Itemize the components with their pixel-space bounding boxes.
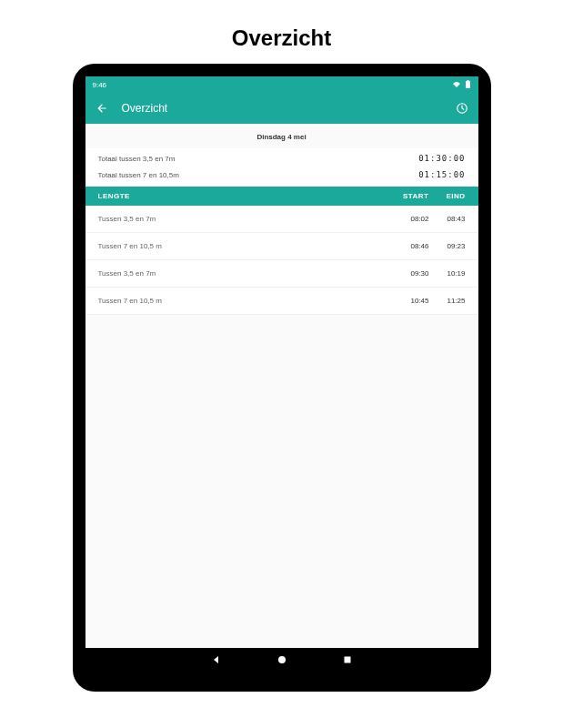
table-row[interactable]: Tussen 3,5 en 7m 08:02 08:43 xyxy=(85,206,478,233)
svg-rect-0 xyxy=(466,81,470,88)
total-value: 01:30:00 xyxy=(418,154,465,163)
column-start: START xyxy=(393,192,429,200)
cell-start: 08:02 xyxy=(393,215,429,223)
table-row[interactable]: Tussen 7 en 10,5 m 10:45 11:25 xyxy=(85,288,478,315)
status-time: 9:46 xyxy=(93,81,107,89)
table-header: LENGTE START EIND xyxy=(85,187,478,206)
svg-rect-1 xyxy=(467,80,468,82)
cell-eind: 08:43 xyxy=(429,215,466,223)
cell-start: 08:46 xyxy=(393,242,429,250)
cell-lengte: Tussen 3,5 en 7m xyxy=(98,269,393,278)
wifi-icon xyxy=(452,81,461,88)
total-value: 01:15:00 xyxy=(418,170,465,179)
nav-recent-button[interactable] xyxy=(342,654,353,665)
nav-home-button[interactable] xyxy=(276,654,287,665)
total-row: Totaal tussen 7 en 10,5m 01:15:00 xyxy=(85,168,478,187)
cell-lengte: Tussen 7 en 10,5 m xyxy=(98,297,393,305)
table-row[interactable]: Tussen 3,5 en 7m 09:30 10:19 xyxy=(85,260,478,288)
column-lengte: LENGTE xyxy=(98,192,393,200)
clock-icon[interactable] xyxy=(455,101,469,116)
status-icons xyxy=(452,80,471,89)
column-eind: EIND xyxy=(429,192,466,200)
status-bar: 9:46 xyxy=(85,76,478,93)
table-body: Tussen 3,5 en 7m 08:02 08:43 Tussen 7 en… xyxy=(85,206,478,315)
cell-start: 09:30 xyxy=(393,269,429,278)
cell-start: 10:45 xyxy=(393,297,429,305)
tablet-screen: 9:46 Overzicht Dinsdag 4 mei Totaa xyxy=(85,76,478,648)
app-bar-title: Overzicht xyxy=(122,102,442,115)
battery-icon xyxy=(465,80,471,89)
nav-back-button[interactable] xyxy=(211,654,222,665)
android-nav-bar xyxy=(85,650,478,670)
cell-lengte: Tussen 7 en 10,5 m xyxy=(98,242,393,250)
cell-eind: 10:19 xyxy=(429,269,466,278)
cell-eind: 09:23 xyxy=(429,242,466,250)
table-row[interactable]: Tussen 7 en 10,5 m 08:46 09:23 xyxy=(85,233,478,260)
cell-eind: 11:25 xyxy=(429,297,466,305)
total-label: Totaal tussen 7 en 10,5m xyxy=(98,171,179,179)
total-label: Totaal tussen 3,5 en 7m xyxy=(98,155,176,163)
date-header: Dinsdag 4 mei xyxy=(85,124,478,148)
totals-section: Totaal tussen 3,5 en 7m 01:30:00 Totaal … xyxy=(85,148,478,187)
back-button[interactable] xyxy=(95,101,109,116)
svg-point-3 xyxy=(278,656,286,663)
app-bar: Overzicht xyxy=(85,93,478,124)
tablet-frame: 9:46 Overzicht Dinsdag 4 mei Totaa xyxy=(73,64,491,692)
svg-rect-4 xyxy=(344,657,350,663)
total-row: Totaal tussen 3,5 en 7m 01:30:00 xyxy=(85,148,478,168)
cell-lengte: Tussen 3,5 en 7m xyxy=(98,215,393,223)
page-title: Overzicht xyxy=(232,25,331,51)
